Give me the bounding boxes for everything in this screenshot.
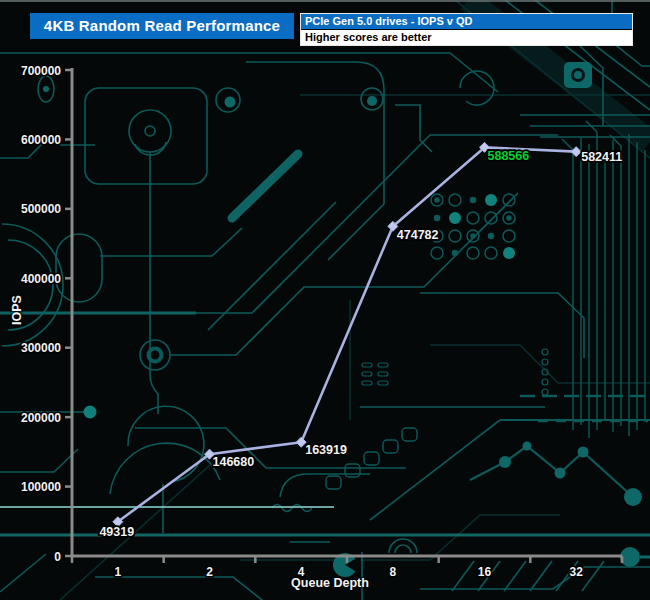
chart-title: 4KB Random Read Performance	[44, 17, 280, 34]
svg-text:582411: 582411	[581, 150, 622, 164]
x-axis-title: Queue Depth	[250, 576, 410, 590]
svg-text:49319: 49319	[99, 525, 134, 539]
svg-text:100000: 100000	[21, 480, 61, 494]
svg-text:163919: 163919	[305, 443, 347, 457]
svg-text:400000: 400000	[21, 272, 61, 286]
svg-text:2: 2	[206, 565, 213, 579]
svg-text:1: 1	[114, 565, 121, 579]
svg-text:146680: 146680	[213, 455, 255, 469]
svg-text:500000: 500000	[21, 202, 61, 216]
svg-text:474782: 474782	[397, 228, 439, 242]
chart-subtitle: PCIe Gen 5.0 drives - IOPS v QD	[301, 14, 632, 30]
svg-text:0: 0	[54, 550, 61, 564]
svg-text:600000: 600000	[21, 133, 61, 147]
svg-text:300000: 300000	[21, 341, 61, 355]
chart-subtitle-box: PCIe Gen 5.0 drives - IOPS v QD Higher s…	[300, 13, 633, 46]
svg-text:700000: 700000	[21, 64, 61, 78]
svg-text:588566: 588566	[488, 149, 530, 163]
chart-note: Higher scores are better	[301, 30, 632, 45]
chart-title-box: 4KB Random Read Performance	[30, 13, 294, 39]
line-chart: 0100000200000300000400000500000600000700…	[0, 0, 650, 600]
y-axis-title: IOPS	[10, 279, 24, 341]
svg-text:200000: 200000	[21, 411, 61, 425]
chart-page: 4KB Random Read Performance PCIe Gen 5.0…	[0, 0, 650, 600]
svg-text:32: 32	[569, 565, 583, 579]
svg-text:16: 16	[478, 565, 492, 579]
